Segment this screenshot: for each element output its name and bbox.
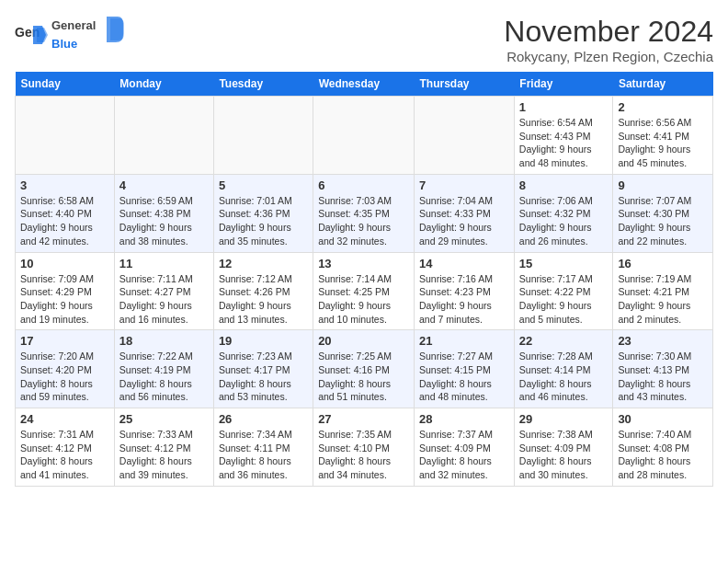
calendar-cell: 6Sunrise: 7:03 AM Sunset: 4:35 PM Daylig…	[313, 174, 415, 252]
day-number: 30	[618, 412, 708, 426]
calendar-header-row: SundayMondayTuesdayWednesdayThursdayFrid…	[16, 72, 713, 97]
calendar-cell: 4Sunrise: 6:59 AM Sunset: 4:38 PM Daylig…	[114, 174, 213, 252]
day-info: Sunrise: 6:59 AM Sunset: 4:38 PM Dayligh…	[119, 194, 209, 248]
svg-text:Blue: Blue	[51, 37, 77, 51]
day-number: 14	[419, 257, 509, 270]
day-number: 24	[20, 412, 109, 426]
day-info: Sunrise: 7:20 AM Sunset: 4:20 PM Dayligh…	[20, 350, 109, 404]
day-number: 28	[419, 412, 509, 426]
day-number: 27	[318, 412, 409, 426]
location: Rokycany, Plzen Region, Czechia	[504, 49, 713, 64]
calendar-cell: 22Sunrise: 7:28 AM Sunset: 4:14 PM Dayli…	[514, 330, 613, 408]
day-info: Sunrise: 7:01 AM Sunset: 4:36 PM Dayligh…	[219, 194, 308, 248]
day-info: Sunrise: 7:33 AM Sunset: 4:12 PM Dayligh…	[119, 428, 209, 482]
day-number: 13	[318, 257, 409, 270]
day-info: Sunrise: 7:31 AM Sunset: 4:12 PM Dayligh…	[20, 428, 109, 482]
day-info: Sunrise: 7:04 AM Sunset: 4:33 PM Dayligh…	[419, 194, 509, 248]
calendar-cell	[213, 97, 313, 175]
day-number: 15	[519, 257, 609, 270]
day-number: 4	[119, 178, 209, 192]
day-number: 8	[519, 178, 609, 192]
logo: Gen General Blue	[15, 15, 125, 55]
day-info: Sunrise: 7:25 AM Sunset: 4:16 PM Dayligh…	[318, 350, 409, 404]
calendar-cell	[313, 97, 415, 175]
calendar-cell: 21Sunrise: 7:27 AM Sunset: 4:15 PM Dayli…	[415, 330, 515, 408]
calendar-cell: 27Sunrise: 7:35 AM Sunset: 4:10 PM Dayli…	[313, 408, 415, 487]
day-number: 11	[119, 257, 209, 270]
calendar-cell	[16, 97, 115, 175]
calendar-cell: 15Sunrise: 7:17 AM Sunset: 4:22 PM Dayli…	[514, 252, 613, 330]
day-number: 9	[618, 178, 708, 192]
day-info: Sunrise: 7:07 AM Sunset: 4:30 PM Dayligh…	[618, 194, 708, 248]
day-info: Sunrise: 7:03 AM Sunset: 4:35 PM Dayligh…	[318, 194, 409, 248]
calendar-cell: 23Sunrise: 7:30 AM Sunset: 4:13 PM Dayli…	[613, 330, 713, 408]
calendar-cell: 29Sunrise: 7:38 AM Sunset: 4:09 PM Dayli…	[514, 408, 613, 487]
day-info: Sunrise: 7:35 AM Sunset: 4:10 PM Dayligh…	[318, 428, 409, 482]
logo-icon: Gen	[15, 18, 48, 52]
logo-text: General Blue	[51, 15, 125, 55]
calendar-cell: 16Sunrise: 7:19 AM Sunset: 4:21 PM Dayli…	[613, 252, 713, 330]
calendar-cell: 12Sunrise: 7:12 AM Sunset: 4:26 PM Dayli…	[213, 252, 313, 330]
calendar-cell: 17Sunrise: 7:20 AM Sunset: 4:20 PM Dayli…	[16, 330, 115, 408]
day-info: Sunrise: 7:37 AM Sunset: 4:09 PM Dayligh…	[419, 428, 509, 482]
calendar-cell: 7Sunrise: 7:04 AM Sunset: 4:33 PM Daylig…	[415, 174, 515, 252]
week-row-2: 3Sunrise: 6:58 AM Sunset: 4:40 PM Daylig…	[16, 174, 713, 252]
day-number: 7	[419, 178, 509, 192]
header-tuesday: Tuesday	[213, 72, 313, 97]
calendar-cell: 20Sunrise: 7:25 AM Sunset: 4:16 PM Dayli…	[313, 330, 415, 408]
day-number: 6	[318, 178, 409, 192]
day-info: Sunrise: 7:11 AM Sunset: 4:27 PM Dayligh…	[119, 272, 209, 327]
day-info: Sunrise: 6:58 AM Sunset: 4:40 PM Dayligh…	[20, 194, 109, 248]
day-info: Sunrise: 7:14 AM Sunset: 4:25 PM Dayligh…	[318, 272, 409, 327]
day-number: 3	[20, 178, 109, 192]
header-monday: Monday	[114, 72, 213, 97]
day-info: Sunrise: 7:38 AM Sunset: 4:09 PM Dayligh…	[519, 428, 609, 482]
calendar-cell: 19Sunrise: 7:23 AM Sunset: 4:17 PM Dayli…	[213, 330, 313, 408]
calendar-cell: 28Sunrise: 7:37 AM Sunset: 4:09 PM Dayli…	[415, 408, 515, 487]
calendar-cell: 5Sunrise: 7:01 AM Sunset: 4:36 PM Daylig…	[213, 174, 313, 252]
day-number: 21	[419, 334, 509, 348]
day-number: 19	[219, 334, 308, 348]
calendar-cell: 1Sunrise: 6:54 AM Sunset: 4:43 PM Daylig…	[514, 97, 613, 175]
calendar-cell: 26Sunrise: 7:34 AM Sunset: 4:11 PM Dayli…	[213, 408, 313, 487]
calendar-cell	[415, 97, 515, 175]
calendar: SundayMondayTuesdayWednesdayThursdayFrid…	[15, 72, 713, 487]
day-info: Sunrise: 7:09 AM Sunset: 4:29 PM Dayligh…	[20, 272, 109, 327]
calendar-cell: 24Sunrise: 7:31 AM Sunset: 4:12 PM Dayli…	[16, 408, 115, 487]
title-area: November 2024 Rokycany, Plzen Region, Cz…	[504, 15, 713, 64]
day-info: Sunrise: 7:28 AM Sunset: 4:14 PM Dayligh…	[519, 350, 609, 404]
calendar-cell: 25Sunrise: 7:33 AM Sunset: 4:12 PM Dayli…	[114, 408, 213, 487]
month-title: November 2024	[504, 15, 713, 49]
calendar-cell: 14Sunrise: 7:16 AM Sunset: 4:23 PM Dayli…	[415, 252, 515, 330]
day-info: Sunrise: 6:54 AM Sunset: 4:43 PM Dayligh…	[519, 116, 609, 170]
calendar-cell: 3Sunrise: 6:58 AM Sunset: 4:40 PM Daylig…	[16, 174, 115, 252]
week-row-3: 10Sunrise: 7:09 AM Sunset: 4:29 PM Dayli…	[16, 252, 713, 330]
week-row-1: 1Sunrise: 6:54 AM Sunset: 4:43 PM Daylig…	[16, 97, 713, 175]
day-info: Sunrise: 7:19 AM Sunset: 4:21 PM Dayligh…	[618, 272, 708, 327]
day-info: Sunrise: 7:23 AM Sunset: 4:17 PM Dayligh…	[219, 350, 308, 404]
calendar-cell	[114, 97, 213, 175]
svg-text:General: General	[51, 18, 96, 32]
calendar-cell: 10Sunrise: 7:09 AM Sunset: 4:29 PM Dayli…	[16, 252, 115, 330]
day-number: 26	[219, 412, 308, 426]
day-number: 17	[20, 334, 109, 348]
day-number: 23	[618, 334, 708, 348]
header-thursday: Thursday	[415, 72, 515, 97]
calendar-cell: 11Sunrise: 7:11 AM Sunset: 4:27 PM Dayli…	[114, 252, 213, 330]
day-info: Sunrise: 7:40 AM Sunset: 4:08 PM Dayligh…	[618, 428, 708, 482]
day-info: Sunrise: 7:34 AM Sunset: 4:11 PM Dayligh…	[219, 428, 308, 482]
day-number: 18	[119, 334, 209, 348]
header-area: Gen General Blue November 2024 Rokycany,…	[15, 15, 713, 64]
day-info: Sunrise: 7:12 AM Sunset: 4:26 PM Dayligh…	[219, 272, 308, 327]
day-number: 12	[219, 257, 308, 270]
day-number: 2	[618, 100, 708, 114]
day-info: Sunrise: 6:56 AM Sunset: 4:41 PM Dayligh…	[618, 116, 708, 170]
calendar-cell: 30Sunrise: 7:40 AM Sunset: 4:08 PM Dayli…	[613, 408, 713, 487]
calendar-cell: 18Sunrise: 7:22 AM Sunset: 4:19 PM Dayli…	[114, 330, 213, 408]
week-row-4: 17Sunrise: 7:20 AM Sunset: 4:20 PM Dayli…	[16, 330, 713, 408]
day-number: 29	[519, 412, 609, 426]
day-number: 1	[519, 100, 609, 114]
day-number: 16	[618, 257, 708, 270]
day-info: Sunrise: 7:06 AM Sunset: 4:32 PM Dayligh…	[519, 194, 609, 248]
day-info: Sunrise: 7:22 AM Sunset: 4:19 PM Dayligh…	[119, 350, 209, 404]
